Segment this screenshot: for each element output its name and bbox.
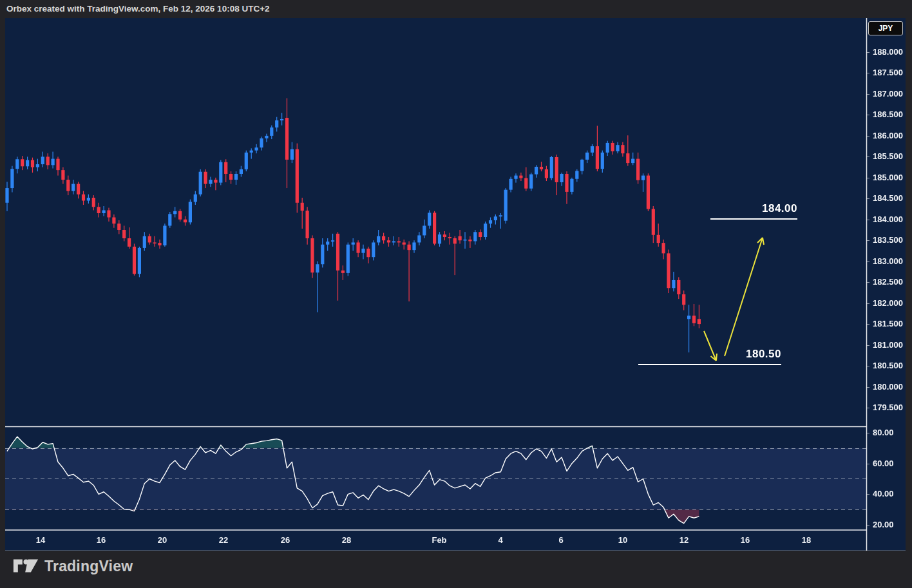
price-tick-label: 185.000 bbox=[873, 173, 907, 182]
price-tick-label: 187.000 bbox=[873, 89, 907, 99]
price-tick-label: 187.500 bbox=[873, 68, 907, 77]
price-tick-label: 184.000 bbox=[873, 214, 907, 224]
time-tick-label: 16 bbox=[731, 535, 759, 545]
page: Orbex created with TradingView.com, Feb … bbox=[0, 0, 912, 588]
candlestick-chart-canvas[interactable] bbox=[5, 18, 906, 551]
price-tick-label: 183.500 bbox=[873, 235, 907, 245]
price-tick-label: 185.500 bbox=[873, 151, 907, 161]
time-tick-label: 6 bbox=[547, 535, 575, 545]
rsi-tick-label: 40.00 bbox=[873, 489, 907, 498]
time-tick-label: 12 bbox=[670, 535, 698, 545]
price-tick-label: 183.000 bbox=[873, 256, 907, 266]
time-tick-label: 22 bbox=[209, 535, 238, 545]
watermark-title: Orbex created with TradingView.com, Feb … bbox=[6, 4, 270, 14]
price-tick-label: 188.000 bbox=[873, 47, 907, 57]
rsi-tick-label: 80.00 bbox=[873, 428, 907, 437]
rsi-tick-label: 60.00 bbox=[873, 459, 907, 468]
resistance-label: 184.00 bbox=[710, 202, 797, 215]
price-tick-label: 181.500 bbox=[873, 319, 907, 328]
price-tick-label: 182.500 bbox=[873, 277, 907, 287]
time-tick-label: 26 bbox=[271, 535, 299, 545]
rsi-tick-label: 20.00 bbox=[873, 520, 907, 529]
time-tick-label: 4 bbox=[486, 535, 515, 545]
support-line-180[interactable] bbox=[638, 364, 781, 365]
support-label: 180.50 bbox=[638, 348, 781, 361]
time-tick-label: 28 bbox=[332, 535, 361, 545]
price-tick-label: 182.000 bbox=[873, 298, 907, 308]
tradingview-logo-icon bbox=[13, 556, 39, 576]
time-tick-label: 18 bbox=[792, 535, 821, 545]
price-tick-label: 180.000 bbox=[873, 382, 907, 392]
time-tick-label: 14 bbox=[26, 535, 55, 545]
tradingview-logo[interactable]: TradingView bbox=[13, 556, 133, 576]
price-tick-label: 180.500 bbox=[873, 361, 907, 370]
price-tick-label: 186.500 bbox=[873, 109, 907, 119]
tradingview-logo-text: TradingView bbox=[44, 558, 133, 575]
price-tick-label: 184.500 bbox=[873, 193, 907, 203]
price-tick-label: 186.000 bbox=[873, 131, 907, 140]
price-tick-label: 181.000 bbox=[873, 340, 907, 350]
time-tick-label: 20 bbox=[148, 535, 176, 545]
time-tick-label: 16 bbox=[87, 535, 115, 545]
price-tick-label: 179.500 bbox=[873, 403, 907, 412]
resistance-line-184[interactable] bbox=[710, 218, 797, 220]
chart-area: JPY 188.000187.500187.000186.500186.0001… bbox=[5, 18, 906, 551]
time-tick-label: Feb bbox=[425, 535, 453, 545]
currency-badge[interactable]: JPY bbox=[868, 21, 903, 35]
time-tick-label: 10 bbox=[609, 535, 637, 545]
